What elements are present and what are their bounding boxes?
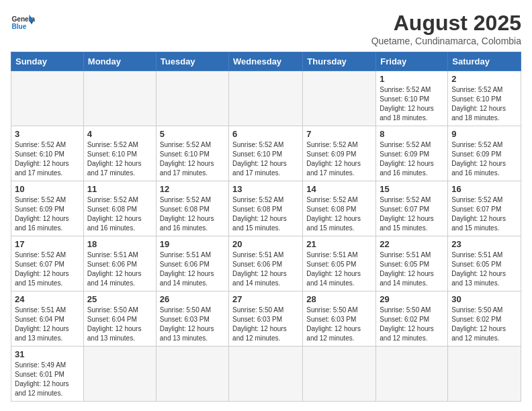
day-cell: 16Sunrise: 5:52 AM Sunset: 6:07 PM Dayli… — [448, 181, 521, 236]
day-number: 28 — [306, 294, 372, 304]
day-header-friday: Friday — [376, 52, 448, 71]
day-info: Sunrise: 5:50 AM Sunset: 6:03 PM Dayligh… — [232, 306, 299, 343]
day-cell: 12Sunrise: 5:52 AM Sunset: 6:08 PM Dayli… — [156, 181, 228, 236]
day-info: Sunrise: 5:51 AM Sunset: 6:06 PM Dayligh… — [232, 250, 299, 288]
day-info: Sunrise: 5:52 AM Sunset: 6:09 PM Dayligh… — [306, 140, 372, 178]
day-info: Sunrise: 5:52 AM Sunset: 6:09 PM Dayligh… — [15, 195, 80, 233]
day-cell: 3Sunrise: 5:52 AM Sunset: 6:10 PM Daylig… — [11, 126, 84, 181]
day-info: Sunrise: 5:52 AM Sunset: 6:10 PM Dayligh… — [87, 140, 152, 178]
day-number: 16 — [451, 184, 517, 194]
day-header-thursday: Thursday — [303, 52, 376, 71]
day-info: Sunrise: 5:52 AM Sunset: 6:08 PM Dayligh… — [160, 195, 225, 233]
day-number: 19 — [160, 239, 225, 249]
day-info: Sunrise: 5:50 AM Sunset: 6:02 PM Dayligh… — [451, 306, 517, 343]
day-number: 12 — [160, 184, 225, 194]
day-cell: 19Sunrise: 5:51 AM Sunset: 6:06 PM Dayli… — [156, 236, 228, 291]
day-info: Sunrise: 5:52 AM Sunset: 6:08 PM Dayligh… — [232, 195, 299, 233]
day-number: 10 — [15, 184, 80, 194]
calendar-title: August 2025 — [371, 11, 521, 36]
days-header-row: SundayMondayTuesdayWednesdayThursdayFrid… — [11, 52, 521, 71]
day-cell: 4Sunrise: 5:52 AM Sunset: 6:10 PM Daylig… — [83, 126, 156, 181]
day-cell — [303, 71, 376, 126]
day-number: 2 — [451, 74, 517, 84]
day-info: Sunrise: 5:50 AM Sunset: 6:03 PM Dayligh… — [306, 306, 372, 343]
logo: General Blue — [11, 11, 35, 35]
day-cell: 17Sunrise: 5:52 AM Sunset: 6:07 PM Dayli… — [11, 236, 84, 291]
day-cell — [229, 71, 303, 126]
day-number: 29 — [380, 294, 444, 304]
day-number: 15 — [380, 184, 444, 194]
day-number: 31 — [15, 349, 80, 359]
day-cell: 29Sunrise: 5:50 AM Sunset: 6:02 PM Dayli… — [376, 291, 448, 347]
week-row-2: 10Sunrise: 5:52 AM Sunset: 6:09 PM Dayli… — [11, 181, 521, 236]
week-row-5: 31Sunrise: 5:49 AM Sunset: 6:01 PM Dayli… — [11, 347, 521, 402]
day-info: Sunrise: 5:51 AM Sunset: 6:04 PM Dayligh… — [15, 306, 80, 343]
day-cell: 8Sunrise: 5:52 AM Sunset: 6:09 PM Daylig… — [376, 126, 448, 181]
day-cell — [156, 347, 228, 402]
page-header: General Blue August 2025 Quetame, Cundin… — [11, 11, 521, 46]
day-cell: 26Sunrise: 5:50 AM Sunset: 6:03 PM Dayli… — [156, 291, 228, 347]
day-number: 14 — [306, 184, 372, 194]
day-cell: 1Sunrise: 5:52 AM Sunset: 6:10 PM Daylig… — [376, 71, 448, 126]
day-cell: 9Sunrise: 5:52 AM Sunset: 6:09 PM Daylig… — [448, 126, 521, 181]
day-header-sunday: Sunday — [11, 52, 84, 71]
day-cell: 25Sunrise: 5:50 AM Sunset: 6:04 PM Dayli… — [83, 291, 156, 347]
day-number: 9 — [451, 129, 517, 139]
day-cell: 31Sunrise: 5:49 AM Sunset: 6:01 PM Dayli… — [11, 347, 84, 402]
title-area: August 2025 Quetame, Cundinamarca, Colom… — [371, 11, 521, 46]
day-number: 7 — [306, 129, 372, 139]
day-number: 5 — [160, 129, 225, 139]
day-info: Sunrise: 5:52 AM Sunset: 6:07 PM Dayligh… — [15, 250, 80, 288]
day-cell: 6Sunrise: 5:52 AM Sunset: 6:10 PM Daylig… — [229, 126, 303, 181]
day-cell: 22Sunrise: 5:51 AM Sunset: 6:05 PM Dayli… — [376, 236, 448, 291]
day-number: 13 — [232, 184, 299, 194]
day-info: Sunrise: 5:52 AM Sunset: 6:07 PM Dayligh… — [380, 195, 444, 233]
day-cell — [303, 347, 376, 402]
day-info: Sunrise: 5:51 AM Sunset: 6:06 PM Dayligh… — [87, 250, 152, 288]
day-cell: 11Sunrise: 5:52 AM Sunset: 6:08 PM Dayli… — [83, 181, 156, 236]
day-info: Sunrise: 5:51 AM Sunset: 6:05 PM Dayligh… — [306, 250, 372, 288]
day-header-monday: Monday — [83, 52, 156, 71]
day-number: 8 — [380, 129, 444, 139]
day-cell: 23Sunrise: 5:51 AM Sunset: 6:05 PM Dayli… — [448, 236, 521, 291]
day-number: 6 — [232, 129, 299, 139]
day-info: Sunrise: 5:52 AM Sunset: 6:09 PM Dayligh… — [451, 140, 517, 178]
day-info: Sunrise: 5:52 AM Sunset: 6:10 PM Dayligh… — [232, 140, 299, 178]
calendar-table: SundayMondayTuesdayWednesdayThursdayFrid… — [11, 52, 521, 402]
day-cell — [448, 347, 521, 402]
day-cell — [11, 71, 84, 126]
day-cell: 15Sunrise: 5:52 AM Sunset: 6:07 PM Dayli… — [376, 181, 448, 236]
day-cell: 27Sunrise: 5:50 AM Sunset: 6:03 PM Dayli… — [229, 291, 303, 347]
day-cell: 5Sunrise: 5:52 AM Sunset: 6:10 PM Daylig… — [156, 126, 228, 181]
day-number: 20 — [232, 239, 299, 249]
day-cell: 21Sunrise: 5:51 AM Sunset: 6:05 PM Dayli… — [303, 236, 376, 291]
day-number: 4 — [87, 129, 152, 139]
day-cell — [83, 71, 156, 126]
day-info: Sunrise: 5:51 AM Sunset: 6:05 PM Dayligh… — [451, 250, 517, 288]
day-number: 22 — [380, 239, 444, 249]
day-number: 3 — [15, 129, 80, 139]
day-number: 17 — [15, 239, 80, 249]
day-number: 21 — [306, 239, 372, 249]
day-number: 18 — [87, 239, 152, 249]
day-cell: 18Sunrise: 5:51 AM Sunset: 6:06 PM Dayli… — [83, 236, 156, 291]
day-cell: 14Sunrise: 5:52 AM Sunset: 6:08 PM Dayli… — [303, 181, 376, 236]
day-cell — [376, 347, 448, 402]
day-cell: 24Sunrise: 5:51 AM Sunset: 6:04 PM Dayli… — [11, 291, 84, 347]
day-number: 24 — [15, 294, 80, 304]
day-number: 23 — [451, 239, 517, 249]
day-number: 11 — [87, 184, 152, 194]
day-info: Sunrise: 5:52 AM Sunset: 6:08 PM Dayligh… — [87, 195, 152, 233]
day-number: 25 — [87, 294, 152, 304]
day-number: 1 — [380, 74, 444, 84]
day-info: Sunrise: 5:50 AM Sunset: 6:03 PM Dayligh… — [160, 306, 225, 343]
day-number: 26 — [160, 294, 225, 304]
day-info: Sunrise: 5:52 AM Sunset: 6:09 PM Dayligh… — [380, 140, 444, 178]
day-cell: 28Sunrise: 5:50 AM Sunset: 6:03 PM Dayli… — [303, 291, 376, 347]
day-info: Sunrise: 5:52 AM Sunset: 6:10 PM Dayligh… — [15, 140, 80, 178]
day-cell: 30Sunrise: 5:50 AM Sunset: 6:02 PM Dayli… — [448, 291, 521, 347]
day-cell: 13Sunrise: 5:52 AM Sunset: 6:08 PM Dayli… — [229, 181, 303, 236]
day-info: Sunrise: 5:49 AM Sunset: 6:01 PM Dayligh… — [15, 361, 80, 398]
day-info: Sunrise: 5:51 AM Sunset: 6:05 PM Dayligh… — [380, 250, 444, 288]
week-row-3: 17Sunrise: 5:52 AM Sunset: 6:07 PM Dayli… — [11, 236, 521, 291]
